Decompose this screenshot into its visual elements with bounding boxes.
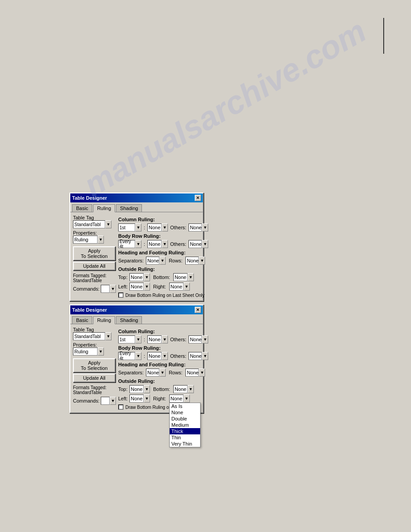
dialog-content-1: Table Tag StandardTabl ▼ Properties: Rul… — [70, 212, 203, 300]
body-row-ruling-label-1: Body Row Ruling: — [118, 233, 208, 239]
col-ruling-arrow1-1[interactable]: ▼ — [135, 223, 141, 232]
body-combo1-1[interactable]: Every 4t ▼ — [118, 240, 141, 248]
body-arrow2-1[interactable]: ▼ — [162, 240, 168, 248]
properties-combo-1[interactable]: Ruling ▼ — [73, 236, 116, 244]
commands-arrow-1[interactable]: ▼ — [110, 285, 116, 293]
table-tag-arrow-1[interactable]: ▼ — [105, 220, 111, 228]
rows-combo-2[interactable]: None ▼ — [185, 369, 205, 377]
body-arrow1-1[interactable]: ▼ — [135, 240, 141, 248]
commands-combo-2[interactable]: ▼ — [101, 397, 116, 405]
table-tag-combo-1[interactable]: StandardTabl ▼ — [73, 220, 116, 228]
apply-button-2[interactable]: Apply To Selection — [73, 358, 116, 373]
col-ruling-arrow2-1[interactable]: ▼ — [162, 223, 168, 232]
body-others-1[interactable]: None ▼ — [188, 240, 208, 248]
update-all-button-2[interactable]: Update All — [73, 373, 116, 382]
close-button-1[interactable]: ✕ — [195, 195, 201, 201]
sep-val-1: None — [146, 257, 159, 265]
table-designer-dialog-2: Table Designer ✕ Basic Ruling Shading Ta… — [69, 305, 204, 413]
tab-ruling-1[interactable]: Ruling — [93, 204, 115, 212]
right-arrow-1[interactable]: ▼ — [184, 283, 190, 291]
dropdown-item-thick[interactable]: Thick — [170, 428, 200, 434]
col-ruling-combo2-1[interactable]: None ▼ — [147, 223, 168, 232]
commands-combo-1[interactable]: ▼ — [101, 285, 116, 293]
rows-arrow-2[interactable]: ▼ — [199, 369, 205, 377]
right-dropdown-2: As Is None Double Medium Thick Thin Very… — [169, 403, 201, 447]
sep-combo-2[interactable]: None ▼ — [146, 369, 166, 377]
rows-combo-1[interactable]: None ▼ — [185, 257, 205, 265]
body-others-arrow-1[interactable]: ▼ — [202, 240, 208, 248]
top-arrow-2[interactable]: ▼ — [144, 385, 150, 393]
right-arrow-2[interactable]: ▼ — [184, 395, 190, 403]
body-combo2-2[interactable]: None ▼ — [147, 352, 168, 360]
col-ruling-others-val-2: None — [188, 335, 202, 343]
properties-arrow-1[interactable]: ▼ — [98, 236, 104, 244]
body-others-val-1: None — [188, 240, 202, 248]
dropdown-item-very-thin[interactable]: Very Thin — [170, 441, 200, 447]
sep-combo-1[interactable]: None ▼ — [146, 257, 166, 265]
properties-combo-2[interactable]: Ruling ▼ — [73, 348, 116, 356]
left-arrow-1[interactable]: ▼ — [144, 283, 150, 291]
formats-tagged-label-2: Formats Tagged: — [73, 385, 116, 390]
properties-arrow-2[interactable]: ▼ — [98, 348, 104, 356]
top-combo-2[interactable]: None ▼ — [129, 385, 150, 393]
col-ruling-combo1-2[interactable]: 1st ▼ — [118, 335, 141, 343]
dropdown-item-medium[interactable]: Medium — [170, 422, 200, 428]
body-others-2[interactable]: None ▼ — [188, 352, 208, 360]
commands-arrow-2[interactable]: ▼ — [110, 397, 116, 405]
tab-shading-1[interactable]: Shading — [116, 204, 142, 212]
col-ruling-others-2[interactable]: None ▼ — [188, 335, 208, 343]
table-tag-arrow-2[interactable]: ▼ — [105, 332, 111, 340]
col-ruling-arrow2-2[interactable]: ▼ — [162, 335, 168, 343]
body-val2-1: None — [147, 240, 162, 248]
bottom-combo-2[interactable]: None ▼ — [173, 385, 194, 393]
tab-basic-2[interactable]: Basic — [72, 316, 92, 324]
dropdown-item-asis[interactable]: As Is — [170, 403, 200, 409]
dropdown-item-thin[interactable]: Thin — [170, 434, 200, 441]
tab-ruling-2[interactable]: Ruling — [93, 316, 115, 324]
sep-arrow-1[interactable]: ▼ — [159, 257, 166, 265]
col-ruling-others-1[interactable]: None ▼ — [188, 223, 208, 232]
table-tag-combo-2[interactable]: StandardTabl ▼ — [73, 332, 116, 340]
top-arrow-1[interactable]: ▼ — [144, 273, 150, 281]
table-designer-dialog-1: Table Designer ✕ Basic Ruling Shading Ta… — [69, 193, 204, 301]
top-combo-1[interactable]: None ▼ — [129, 273, 150, 281]
left-combo-1[interactable]: None ▼ — [129, 283, 150, 291]
left-arrow-2[interactable]: ▼ — [144, 395, 150, 403]
col-ruling-arrow1-2[interactable]: ▼ — [135, 335, 141, 343]
bottom-arrow-2[interactable]: ▼ — [188, 385, 194, 393]
table-tag-label-1: Table Tag — [73, 215, 116, 220]
col-ruling-combo1-1[interactable]: 1st ▼ — [118, 223, 141, 232]
body-others-arrow-2[interactable]: ▼ — [202, 352, 208, 360]
body-arrow2-2[interactable]: ▼ — [162, 352, 168, 360]
table-tag-value-2: StandardTabl — [73, 332, 105, 340]
col-ruling-val1-1: 1st — [118, 223, 135, 232]
col-ruling-others-arrow-1[interactable]: ▼ — [202, 223, 208, 232]
body-arrow1-2[interactable]: ▼ — [135, 352, 141, 360]
close-button-2[interactable]: ✕ — [195, 307, 201, 313]
checkbox-2[interactable] — [118, 404, 124, 410]
right-panel-1: Column Ruling: 1st ▼ : None ▼ Others: No… — [118, 215, 208, 298]
dropdown-item-none[interactable]: None — [170, 409, 200, 416]
apply-button-1[interactable]: Apply To Selection — [73, 246, 116, 261]
rows-arrow-1[interactable]: ▼ — [199, 257, 205, 265]
tab-shading-2[interactable]: Shading — [116, 316, 142, 324]
watermark: manualsarchive.com — [77, 12, 372, 203]
right-combo-1[interactable]: None ▼ — [169, 283, 190, 291]
hf-ruling-label-2: Heading and Footing Ruling: — [118, 362, 208, 367]
bottom-combo-1[interactable]: None ▼ — [173, 273, 194, 281]
left-combo-2[interactable]: None ▼ — [129, 395, 150, 403]
sep-arrow-2[interactable]: ▼ — [159, 369, 166, 377]
right-combo-2[interactable]: None ▼ — [169, 395, 190, 403]
col-ruling-val2-1: None — [147, 223, 162, 232]
dropdown-item-double[interactable]: Double — [170, 416, 200, 422]
body-combo1-2[interactable]: Every 4t ▼ — [118, 352, 141, 360]
bottom-arrow-1[interactable]: ▼ — [188, 273, 194, 281]
update-all-button-1[interactable]: Update All — [73, 262, 116, 270]
left-panel-2: Table Tag StandardTabl ▼ Properties: Rul… — [73, 327, 116, 410]
checkbox-1[interactable] — [118, 292, 124, 298]
tab-basic-1[interactable]: Basic — [72, 204, 92, 212]
column-ruling-row-1: 1st ▼ : None ▼ Others: None ▼ — [118, 223, 208, 232]
col-ruling-combo2-2[interactable]: None ▼ — [147, 335, 168, 343]
body-combo2-1[interactable]: None ▼ — [147, 240, 168, 248]
col-ruling-others-arrow-2[interactable]: ▼ — [202, 335, 208, 343]
